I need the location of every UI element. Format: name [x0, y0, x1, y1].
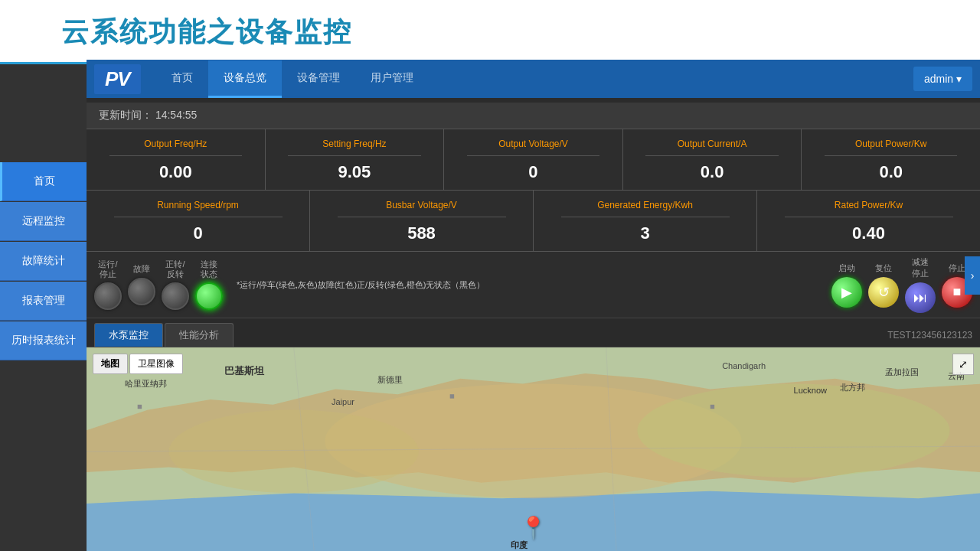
- status-group-正转/反转: 正转/ 反转: [162, 259, 189, 310]
- status-row: 运行/ 停止故障正转/ 反转连接 状态*运行/停车(绿色,灰色)故障(红色)正/…: [87, 252, 980, 318]
- metric-card-Setting Freq-Hz: Setting Freq/Hz 9.05: [266, 129, 444, 190]
- control-btn-启动[interactable]: ▶: [831, 277, 862, 308]
- svg-rect-9: [138, 405, 142, 409]
- metric-card-Output Power-Kw: Output Power/Kw 0.0: [802, 129, 980, 190]
- satellite-view-btn[interactable]: 卫星图像: [129, 354, 183, 374]
- map-pin[interactable]: 📍: [520, 515, 547, 540]
- nav-item-用户管理[interactable]: 用户管理: [355, 60, 429, 98]
- metric-label: Rated Power/Kw: [835, 200, 903, 210]
- metric-divider: [645, 155, 778, 156]
- metrics-row2: Running Speed/rpm 0 Busbar Voltage/V 588…: [87, 191, 980, 252]
- sidebar-item-历时报表统计[interactable]: 历时报表统计: [0, 321, 87, 360]
- metric-card-Generated Energy-Kwh: Generated Energy/Kwh 3: [534, 191, 756, 251]
- metric-value: 0.0: [701, 162, 724, 182]
- content-area: PV 首页设备总览设备管理用户管理 admin ▾ 更新时间： 14:54:55…: [87, 64, 980, 551]
- tab-性能分析[interactable]: 性能分析: [165, 323, 234, 347]
- nav-items: 首页设备总览设备管理用户管理: [156, 60, 913, 98]
- status-hint: *运行/停车(绿色,灰色)故障(红色)正/反转(绿色,橙色)无状态（黑色）: [229, 279, 825, 291]
- metric-value: 0: [193, 223, 202, 243]
- control-group-启动: 启动▶: [831, 262, 862, 308]
- metrics-row1: Output Freq/Hz 0.00 Setting Freq/Hz 9.05…: [87, 129, 980, 191]
- tab-水泵监控[interactable]: 水泵监控: [94, 323, 163, 347]
- sidebar-item-故障统计[interactable]: 故障统计: [0, 242, 87, 281]
- nav-user[interactable]: admin ▾: [913, 67, 972, 91]
- metric-label: Output Power/Kw: [855, 139, 926, 149]
- metric-label: Busbar Voltage/V: [386, 200, 457, 210]
- navbar: PV 首页设备总览设备管理用户管理 admin ▾: [87, 60, 980, 98]
- metric-card-Output Freq-Hz: Output Freq/Hz 0.00: [87, 129, 265, 190]
- right-arrow[interactable]: ›: [965, 256, 980, 295]
- metric-value: 9.05: [338, 162, 371, 182]
- map-expand-btn[interactable]: ⤢: [952, 354, 974, 375]
- status-indicator: [195, 282, 223, 310]
- control-btn-减速停止[interactable]: ⏭: [905, 282, 936, 313]
- metric-card-Busbar Voltage-V: Busbar Voltage/V 588: [310, 191, 533, 251]
- status-label: 运行/ 停止: [98, 259, 117, 279]
- bottom-section: 水泵监控性能分析TEST123456123123: [87, 318, 980, 551]
- svg-rect-11: [710, 405, 714, 409]
- control-label: 启动: [838, 262, 855, 274]
- control-label: 停止: [949, 262, 965, 274]
- nav-item-设备管理[interactable]: 设备管理: [282, 60, 355, 98]
- control-btn-复位[interactable]: ↺: [868, 277, 899, 308]
- svg-point-4: [169, 410, 419, 494]
- metric-divider: [785, 217, 953, 217]
- status-label: 故障: [133, 264, 150, 274]
- control-group-减速停止: 减速 停止⏭: [905, 256, 936, 313]
- status-group-连接状态: 连接 状态: [195, 259, 223, 310]
- status-indicator: [94, 282, 122, 310]
- update-bar: 更新时间： 14:54:55: [87, 103, 980, 129]
- metric-value: 0.00: [159, 162, 192, 182]
- device-id: TEST123456123123: [887, 330, 972, 341]
- status-label: 连接 状态: [201, 259, 217, 279]
- metric-label: Output Voltage/V: [498, 139, 568, 149]
- metric-value: 0.40: [852, 223, 885, 243]
- metric-card-Output Voltage-V: Output Voltage/V 0: [444, 129, 622, 190]
- metric-divider: [467, 155, 599, 156]
- nav-logo: PV: [94, 64, 141, 94]
- metric-label: Output Current/A: [678, 139, 747, 149]
- control-label: 复位: [875, 262, 892, 274]
- nav-item-首页[interactable]: 首页: [156, 60, 208, 98]
- metric-divider: [288, 155, 420, 156]
- control-group-复位: 复位↺: [868, 262, 899, 308]
- metric-divider: [109, 155, 242, 156]
- map-controls: 地图 卫星图像: [93, 354, 183, 374]
- metric-value: 3: [640, 223, 649, 243]
- svg-point-5: [638, 384, 950, 478]
- sidebar-item-首页[interactable]: 首页: [0, 162, 87, 201]
- metric-label: Setting Freq/Hz: [322, 139, 386, 149]
- map-view-btn[interactable]: 地图: [93, 354, 128, 374]
- page-header: 云系统功能之设备监控: [0, 0, 980, 64]
- nav-item-设备总览[interactable]: 设备总览: [208, 60, 282, 98]
- metric-divider: [338, 217, 506, 217]
- sidebar-item-报表管理[interactable]: 报表管理: [0, 282, 87, 321]
- status-label: 正转/ 反转: [165, 259, 185, 279]
- map-container[interactable]: 地图 卫星图像 巴基斯坦 Chandigarh 新德里 Lucknow Jaip…: [87, 347, 980, 551]
- metric-value: 0: [528, 162, 537, 182]
- update-label: 更新时间：: [99, 109, 152, 121]
- metric-card-Rated Power-Kw: Rated Power/Kw 0.40: [757, 191, 980, 251]
- status-group-运行/停止: 运行/ 停止: [94, 259, 122, 310]
- svg-rect-10: [450, 394, 454, 398]
- tab-row: 水泵监控性能分析TEST123456123123: [87, 318, 980, 347]
- metric-label: Running Speed/rpm: [157, 200, 239, 210]
- metric-label: Generated Energy/Kwh: [597, 200, 693, 210]
- metric-label: Output Freq/Hz: [144, 139, 207, 149]
- page-title: 云系统功能之设备监控: [61, 14, 919, 51]
- status-indicator: [162, 282, 189, 310]
- metric-divider: [561, 217, 730, 217]
- metric-card-Running Speed-rpm: Running Speed/rpm 0: [87, 191, 309, 251]
- main-wrapper: 首页远程监控故障统计报表管理历时报表统计 PV 首页设备总览设备管理用户管理 a…: [0, 64, 980, 551]
- metric-divider: [114, 217, 283, 217]
- metric-divider: [825, 155, 957, 156]
- sidebar-item-远程监控[interactable]: 远程监控: [0, 202, 87, 241]
- metric-value: 588: [407, 223, 436, 243]
- metric-value: 0.0: [879, 162, 903, 182]
- status-group-故障: 故障: [128, 264, 155, 305]
- sidebar: 首页远程监控故障统计报表管理历时报表统计: [0, 64, 87, 551]
- metric-card-Output Current-A: Output Current/A 0.0: [623, 129, 802, 190]
- control-label: 减速 停止: [912, 256, 929, 279]
- update-time: 14:54:55: [155, 109, 198, 121]
- status-indicator: [128, 278, 155, 305]
